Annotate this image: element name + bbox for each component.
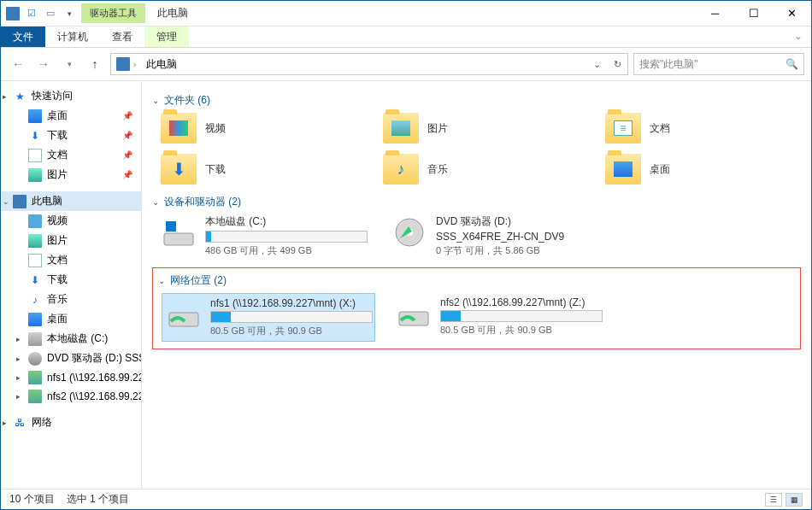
search-placeholder: 搜索"此电脑" bbox=[639, 57, 698, 72]
qat-newfolder-icon[interactable]: ▭ bbox=[44, 7, 57, 21]
ribbon-tabs: 文件 计算机 查看 管理 ⌄ bbox=[1, 26, 811, 48]
search-icon[interactable]: 🔍 bbox=[786, 58, 798, 70]
device-name: DVD 驱动器 (D:) bbox=[436, 214, 605, 229]
network-drive-icon bbox=[396, 296, 432, 332]
netdrive-nfs1[interactable]: nfs1 (\\192.168.99.227\mnt) (X:) 80.5 GB… bbox=[162, 293, 375, 342]
picture-icon bbox=[28, 234, 42, 248]
title-bar: ☑ ▭ ▾ 驱动器工具 此电脑 ─ ☐ ✕ bbox=[1, 1, 811, 26]
network-icon: 🖧 bbox=[13, 416, 26, 430]
chevron-right-icon[interactable]: › bbox=[133, 60, 136, 69]
pin-icon: 📌 bbox=[122, 131, 132, 140]
device-dvd[interactable]: DVD 驱动器 (D:) SSS_X64FRE_ZH-CN_DV9 0 字节 可… bbox=[391, 214, 605, 257]
qat-properties-icon[interactable]: ☑ bbox=[25, 7, 38, 21]
status-selected: 选中 1 个项目 bbox=[67, 492, 129, 507]
sidebar-item-nfs2[interactable]: ▸nfs2 (\\192.168.99.227\mnt) (Z:) bbox=[1, 387, 141, 406]
folder-pictures[interactable]: 图片 bbox=[383, 113, 571, 144]
disk-icon bbox=[161, 214, 197, 250]
pc-icon bbox=[13, 195, 26, 208]
device-local-disk[interactable]: 本地磁盘 (C:) 486 GB 可用，共 499 GB bbox=[161, 214, 374, 257]
caret-icon[interactable]: ▸ bbox=[16, 335, 21, 343]
caret-icon[interactable]: ▸ bbox=[16, 355, 21, 363]
sidebar-item-documents2[interactable]: 文档 bbox=[1, 250, 141, 270]
sidebar-item-pictures[interactable]: 图片📌 bbox=[1, 165, 141, 185]
netdrive-name: nfs2 (\\192.168.99.227\mnt) (Z:) bbox=[440, 296, 603, 308]
star-icon: ★ bbox=[13, 90, 26, 103]
caret-icon[interactable]: ▸ bbox=[3, 92, 7, 101]
folder-icon: ≡ bbox=[605, 113, 641, 144]
contextual-tab-label: 驱动器工具 bbox=[81, 3, 145, 23]
caret-icon[interactable]: ▸ bbox=[16, 392, 21, 401]
expand-ribbon-button[interactable]: ⌄ bbox=[786, 26, 811, 47]
sidebar-quick-access[interactable]: ▸★快速访问 bbox=[1, 86, 141, 106]
folder-downloads[interactable]: ⬇下载 bbox=[161, 154, 349, 185]
refresh-button[interactable]: ↻ bbox=[607, 54, 627, 74]
sidebar-item-desktop[interactable]: 桌面📌 bbox=[1, 106, 141, 126]
sidebar-item-pictures2[interactable]: 图片 bbox=[1, 231, 141, 250]
up-button[interactable]: ↑ bbox=[85, 54, 105, 74]
device-name2: SSS_X64FRE_ZH-CN_DV9 bbox=[436, 231, 605, 243]
folder-desktop[interactable]: 桌面 bbox=[605, 154, 793, 185]
address-dropdown-button[interactable]: ⌄ bbox=[586, 54, 607, 74]
desktop-icon bbox=[28, 313, 42, 326]
sidebar-item-videos[interactable]: 视频 bbox=[1, 211, 141, 231]
maximize-button[interactable]: ☐ bbox=[734, 1, 773, 26]
music-icon: ♪ bbox=[28, 293, 42, 307]
folder-icon: ⬇ bbox=[161, 154, 197, 185]
recent-locations-button[interactable]: ▾ bbox=[59, 54, 79, 74]
back-button[interactable]: ← bbox=[8, 54, 28, 74]
svg-rect-0 bbox=[164, 233, 193, 245]
navigation-bar: ← → ▾ ↑ › 此电脑 ⌄ ↻ 搜索"此电脑" 🔍 bbox=[1, 48, 811, 81]
sidebar-item-desktop2[interactable]: 桌面 bbox=[1, 309, 141, 329]
status-bar: 10 个项目 选中 1 个项目 ☰ ▦ bbox=[1, 489, 811, 509]
folder-music[interactable]: ♪音乐 bbox=[383, 154, 571, 185]
navigation-pane: ▸★快速访问 桌面📌 ⬇下载📌 文档📌 图片📌 ⌄此电脑 视频 图片 文档 ⬇下… bbox=[1, 81, 142, 489]
caret-icon[interactable]: ▸ bbox=[3, 419, 7, 427]
tab-view[interactable]: 查看 bbox=[100, 26, 144, 47]
netdrive-sub: 80.5 GB 可用，共 90.9 GB bbox=[210, 325, 373, 337]
sidebar-this-pc[interactable]: ⌄此电脑 bbox=[1, 191, 141, 211]
network-drive-icon bbox=[28, 390, 42, 403]
network-locations-highlight: ⌄网络位置 (2) nfs1 (\\192.168.99.227\mnt) (X… bbox=[152, 267, 801, 349]
sidebar-item-downloads2[interactable]: ⬇下载 bbox=[1, 270, 141, 290]
tab-manage[interactable]: 管理 bbox=[144, 26, 189, 47]
address-bar[interactable]: › 此电脑 ⌄ ↻ bbox=[110, 53, 628, 75]
close-button[interactable]: ✕ bbox=[773, 1, 811, 26]
download-icon: ⬇ bbox=[28, 273, 42, 287]
download-icon: ⬇ bbox=[28, 129, 42, 143]
content-pane: ⌄文件夹 (6) 视频 图片 ≡文档 ⬇下载 ♪音乐 桌面 ⌄设备和驱动器 (2… bbox=[142, 81, 811, 489]
pin-icon: 📌 bbox=[122, 170, 132, 179]
pin-icon: 📌 bbox=[122, 150, 132, 160]
tab-computer[interactable]: 计算机 bbox=[45, 26, 100, 47]
section-netloc-header[interactable]: ⌄网络位置 (2) bbox=[158, 273, 795, 288]
sidebar-item-dvd[interactable]: ▸DVD 驱动器 (D:) SSS_X64FRE_ZH-CN_DV9 bbox=[1, 349, 141, 368]
minimize-button[interactable]: ─ bbox=[696, 1, 734, 26]
tiles-view-button[interactable]: ▦ bbox=[786, 493, 803, 507]
sidebar-item-localdisk[interactable]: ▸本地磁盘 (C:) bbox=[1, 329, 141, 349]
folder-videos[interactable]: 视频 bbox=[161, 113, 349, 144]
sidebar-item-nfs1[interactable]: ▸nfs1 (\\192.168.99.227\mnt) (X:) bbox=[1, 368, 141, 387]
folder-icon bbox=[161, 113, 197, 144]
dvd-icon bbox=[28, 352, 42, 366]
details-view-button[interactable]: ☰ bbox=[765, 493, 782, 507]
folder-icon bbox=[383, 113, 419, 144]
folder-documents[interactable]: ≡文档 bbox=[605, 113, 793, 144]
sidebar-item-documents[interactable]: 文档📌 bbox=[1, 145, 141, 165]
section-devices-header[interactable]: ⌄设备和驱动器 (2) bbox=[152, 195, 801, 209]
sidebar-item-downloads[interactable]: ⬇下载📌 bbox=[1, 126, 141, 145]
storage-progress bbox=[210, 311, 373, 323]
network-drive-icon bbox=[28, 371, 42, 384]
pin-icon: 📌 bbox=[122, 111, 132, 120]
breadcrumb[interactable]: 此电脑 bbox=[141, 57, 182, 72]
forward-button[interactable]: → bbox=[33, 54, 54, 74]
netdrive-nfs2[interactable]: nfs2 (\\192.168.99.227\mnt) (Z:) 80.5 GB… bbox=[392, 293, 606, 342]
sidebar-network[interactable]: ▸🖧网络 bbox=[1, 413, 141, 432]
qat-dropdown-icon[interactable]: ▾ bbox=[62, 7, 76, 21]
sidebar-item-music[interactable]: ♪音乐 bbox=[1, 290, 141, 309]
caret-icon[interactable]: ⌄ bbox=[3, 197, 9, 206]
caret-icon[interactable]: ▸ bbox=[16, 373, 21, 382]
tab-file[interactable]: 文件 bbox=[1, 26, 45, 47]
desktop-icon bbox=[28, 109, 42, 123]
section-folders-header[interactable]: ⌄文件夹 (6) bbox=[152, 93, 801, 108]
status-count: 10 个项目 bbox=[9, 492, 55, 507]
search-input[interactable]: 搜索"此电脑" 🔍 bbox=[633, 53, 804, 75]
